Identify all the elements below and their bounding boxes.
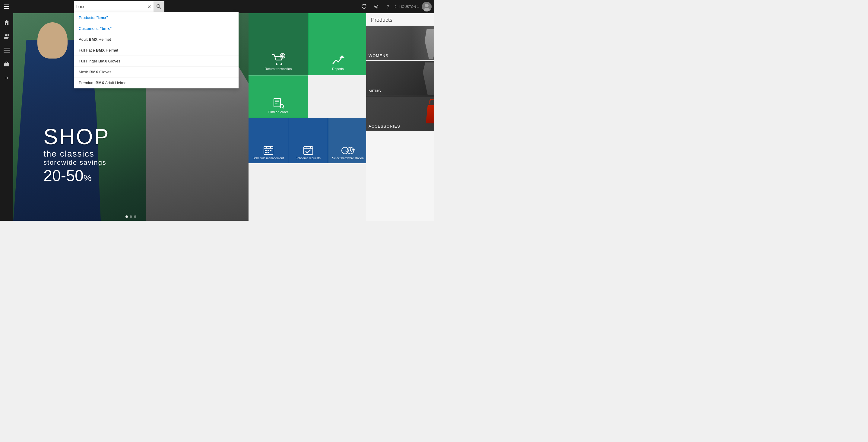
svg-point-16: [276, 63, 277, 65]
reports-tile[interactable]: Reports: [308, 13, 368, 75]
sidebar-products-icon[interactable]: [0, 57, 13, 70]
svg-rect-33: [270, 150, 272, 151]
search-suggestion-customers[interactable]: Customers: "bmx": [74, 23, 239, 34]
product-womens-label: WOMENS: [369, 53, 389, 58]
svg-rect-0: [4, 4, 9, 5]
schedule-management-icon: [263, 145, 274, 155]
svg-point-11: [7, 34, 9, 36]
products-panel-title: Products: [366, 13, 434, 26]
svg-rect-36: [304, 147, 313, 154]
svg-rect-13: [4, 50, 10, 51]
sidebar-menu-icon[interactable]: [0, 43, 13, 57]
hero-classics-text: the classics: [43, 149, 110, 159]
svg-line-42: [345, 151, 346, 152]
svg-point-6: [375, 6, 377, 7]
search-result-3[interactable]: Full Finger BMX Gloves: [74, 56, 239, 67]
svg-rect-32: [268, 150, 269, 151]
find-order-icon: [273, 98, 284, 109]
search-submit-button[interactable]: [154, 1, 164, 12]
sidebar-home-icon[interactable]: [0, 16, 13, 29]
svg-line-45: [350, 151, 352, 152]
cart-count: 0: [5, 76, 7, 80]
product-tile-womens[interactable]: WOMENS: [366, 26, 434, 60]
select-hardware-station-icon: [341, 146, 355, 155]
dot-3[interactable]: [134, 215, 136, 218]
svg-point-17: [280, 63, 282, 65]
product-tile-accessories[interactable]: ACCESSORIES: [366, 96, 434, 131]
hero-text: SHOP the classics storewide savings 20-5…: [43, 124, 110, 185]
product-accessories-label: ACCESSORIES: [369, 124, 400, 128]
search-suggestion-products[interactable]: Products: "bmx": [74, 12, 239, 23]
reports-icon: [332, 55, 344, 65]
search-dropdown: Products: "bmx" Customers: "bmx" Adult B…: [74, 12, 239, 88]
svg-line-4: [159, 7, 161, 9]
reports-label: Reports: [332, 67, 344, 71]
svg-line-26: [283, 108, 284, 108]
hero-dots: [125, 215, 136, 218]
settings-button[interactable]: [371, 0, 381, 13]
schedule-management-tile[interactable]: Schedule management: [249, 118, 288, 163]
top-bar-right: ? 2 - HOUSTON-1: [359, 0, 432, 13]
schedule-requests-tile[interactable]: Schedule requests: [288, 118, 328, 163]
search-result-4[interactable]: Mesh BMX Gloves: [74, 67, 239, 78]
top-bar: ✕ ? 2 - HOUSTON-1: [0, 0, 434, 13]
schedule-management-label: Schedule management: [253, 156, 284, 160]
search-clear-button[interactable]: ✕: [145, 1, 154, 12]
svg-rect-12: [4, 48, 10, 49]
return-transaction-tile[interactable]: Return transaction: [249, 13, 308, 75]
svg-rect-15: [4, 63, 9, 66]
search-container: ✕: [74, 1, 164, 12]
svg-point-8: [425, 4, 429, 7]
return-transaction-label: Return transaction: [265, 67, 292, 71]
hero-shop-text: SHOP: [43, 124, 110, 149]
select-hardware-station-tile[interactable]: Select hardware station: [328, 118, 368, 163]
svg-rect-31: [265, 150, 267, 151]
svg-rect-14: [4, 52, 10, 53]
return-transaction-icon: [271, 53, 286, 65]
search-input[interactable]: [74, 4, 145, 9]
user-avatar[interactable]: [422, 2, 432, 11]
search-result-5[interactable]: Premium BMX Adult Helmet: [74, 78, 239, 88]
help-button[interactable]: ?: [383, 0, 394, 13]
svg-marker-20: [340, 55, 344, 58]
svg-point-3: [157, 4, 160, 7]
select-hardware-station-label: Select hardware station: [332, 156, 364, 160]
refresh-button[interactable]: [359, 0, 369, 13]
store-label: 2 - HOUSTON-1: [395, 5, 419, 8]
hero-savings-text: storewide savings: [43, 159, 110, 167]
svg-rect-35: [268, 152, 269, 153]
tiles-row-2: Find an order: [249, 76, 368, 118]
dot-2[interactable]: [130, 215, 132, 218]
sidebar-customers-icon[interactable]: [0, 30, 13, 43]
svg-rect-21: [274, 98, 280, 107]
tiles-row-3: Schedule management Schedule requests: [249, 118, 368, 163]
find-order-tile[interactable]: Find an order: [249, 76, 308, 118]
dot-1[interactable]: [125, 215, 128, 218]
svg-rect-34: [265, 152, 267, 153]
hero-discount-text: 20-50%: [43, 167, 110, 185]
product-tile-mens[interactable]: MENS: [366, 61, 434, 96]
tiles-row-1: Return transaction Reports: [249, 13, 368, 75]
svg-rect-1: [4, 6, 9, 7]
svg-point-10: [5, 34, 7, 36]
tiles-area: Return transaction Reports: [249, 13, 368, 221]
products-panel: Products WOMENS MENS ACCESSORIES: [366, 13, 434, 221]
find-order-label: Find an order: [269, 110, 288, 114]
left-sidebar: 0: [0, 13, 13, 221]
schedule-requests-icon: [303, 145, 313, 155]
search-result-1[interactable]: Adult BMX Helmet: [74, 34, 239, 45]
schedule-requests-label: Schedule requests: [296, 156, 320, 160]
hamburger-menu[interactable]: [0, 0, 13, 13]
search-result-2[interactable]: Full Face BMX Helmet: [74, 45, 239, 56]
sidebar-cart-badge[interactable]: 0: [0, 71, 13, 85]
svg-point-18: [280, 53, 285, 58]
product-mens-label: MENS: [369, 89, 381, 93]
svg-rect-2: [4, 8, 9, 9]
